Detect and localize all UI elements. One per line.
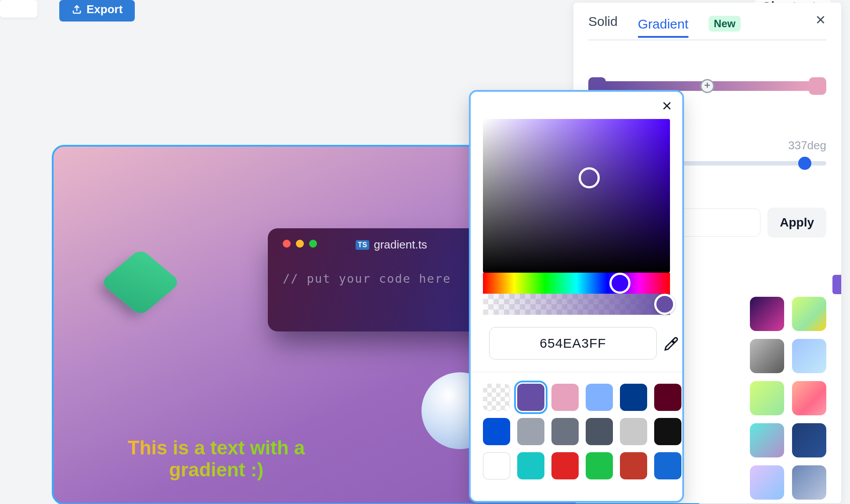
diamond-shape[interactable] bbox=[108, 243, 173, 322]
gradient-track[interactable] bbox=[606, 81, 809, 91]
picker-separator bbox=[471, 372, 682, 372]
color-swatch[interactable] bbox=[620, 452, 647, 479]
window-minimize-icon[interactable] bbox=[296, 240, 304, 248]
gradient-preset[interactable] bbox=[750, 381, 784, 415]
color-swatch[interactable] bbox=[483, 418, 510, 445]
apply-button[interactable]: Apply bbox=[767, 208, 826, 238]
angle-value: 337deg bbox=[788, 139, 826, 152]
tab-solid[interactable]: Solid bbox=[588, 14, 618, 33]
color-swatch[interactable] bbox=[551, 418, 579, 445]
color-swatch[interactable] bbox=[551, 384, 579, 411]
window-maximize-icon[interactable] bbox=[309, 240, 317, 248]
plus-icon bbox=[703, 81, 711, 89]
alpha-slider[interactable] bbox=[483, 294, 670, 315]
color-swatch[interactable] bbox=[654, 418, 681, 445]
angle-knob[interactable] bbox=[798, 157, 811, 170]
sv-cursor[interactable] bbox=[579, 167, 600, 188]
file-tab[interactable]: TS gradient.ts bbox=[356, 238, 427, 252]
color-swatch[interactable] bbox=[620, 384, 647, 411]
color-swatch[interactable] bbox=[586, 418, 613, 445]
app-corner-chip bbox=[0, 0, 37, 18]
color-swatch[interactable] bbox=[483, 384, 510, 411]
color-swatch[interactable] bbox=[654, 384, 681, 411]
panel-close-button[interactable] bbox=[815, 14, 826, 29]
gradient-preset[interactable] bbox=[792, 339, 826, 373]
color-swatch[interactable] bbox=[517, 418, 544, 445]
close-icon bbox=[661, 100, 673, 112]
gradient-preset[interactable] bbox=[750, 423, 784, 457]
tab-gradient[interactable]: Gradient bbox=[638, 17, 688, 38]
gradient-add-stop[interactable] bbox=[700, 79, 714, 93]
eyedropper-button[interactable] bbox=[663, 335, 681, 352]
gradient-stop-right[interactable] bbox=[809, 77, 826, 95]
file-name: gradient.ts bbox=[374, 238, 427, 252]
export-label: Export bbox=[86, 3, 122, 16]
gradient-preset[interactable] bbox=[792, 297, 826, 331]
color-swatch[interactable] bbox=[551, 452, 579, 479]
eyedropper-icon bbox=[663, 335, 681, 352]
window-close-icon[interactable] bbox=[283, 240, 291, 248]
color-swatch[interactable] bbox=[517, 452, 544, 479]
color-swatch[interactable] bbox=[654, 452, 681, 479]
badge-new: New bbox=[709, 16, 741, 32]
swatch-grid bbox=[483, 384, 670, 479]
gradient-preset[interactable] bbox=[750, 465, 784, 500]
close-icon bbox=[815, 14, 826, 25]
selected-gradient-peek bbox=[832, 275, 841, 294]
gradient-preset[interactable] bbox=[750, 339, 784, 373]
diamond-icon bbox=[100, 248, 181, 317]
saturation-value-area[interactable] bbox=[483, 119, 670, 273]
color-swatch[interactable] bbox=[483, 452, 510, 479]
export-icon bbox=[72, 4, 82, 15]
hex-input[interactable] bbox=[489, 327, 657, 360]
gradient-preset[interactable] bbox=[792, 465, 826, 500]
hue-slider[interactable] bbox=[483, 273, 670, 294]
color-swatch[interactable] bbox=[517, 384, 544, 411]
alpha-knob[interactable] bbox=[654, 294, 675, 315]
color-swatch[interactable] bbox=[620, 418, 647, 445]
gradient-preset[interactable] bbox=[750, 297, 784, 331]
gradient-preset[interactable] bbox=[792, 381, 826, 415]
gradient-presets-grid bbox=[750, 297, 826, 504]
picker-close-button[interactable] bbox=[661, 100, 673, 115]
ts-icon: TS bbox=[356, 240, 369, 250]
gradient-text-sample[interactable]: This is a text with a gradient :) bbox=[119, 437, 314, 481]
export-button[interactable]: Export bbox=[59, 0, 135, 22]
gradient-preset[interactable] bbox=[792, 423, 826, 457]
color-swatch[interactable] bbox=[586, 452, 613, 479]
color-swatch[interactable] bbox=[586, 384, 613, 411]
color-picker-popover bbox=[469, 90, 684, 503]
hue-knob[interactable] bbox=[609, 273, 630, 294]
